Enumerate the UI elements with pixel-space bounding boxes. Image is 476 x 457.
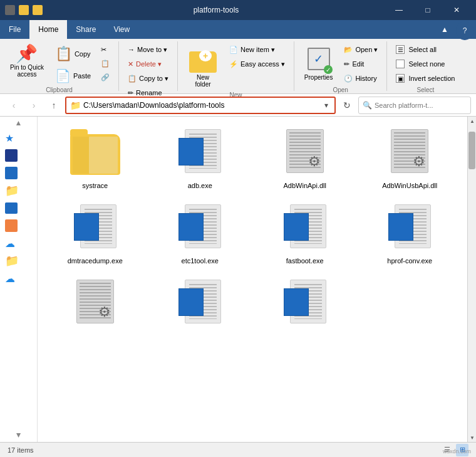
forward-button[interactable]: › xyxy=(25,97,43,114)
new-item-button[interactable]: 📄 New item ▾ xyxy=(225,43,289,56)
ribbon-group-new: + Newfolder 📄 New item ▾ ⚡ Easy access ▾… xyxy=(178,41,294,91)
open-button[interactable]: 📂 Open ▾ xyxy=(340,43,381,56)
scroll-track[interactable] xyxy=(468,125,476,433)
paste-label: Paste xyxy=(73,72,91,80)
open-content: ✓ ✓ Properties 📂 Open ▾ ✏ Edit 🕐 History xyxy=(299,43,382,85)
sidebar-scroll-down[interactable]: ▲ xyxy=(0,429,37,442)
properties-label: Properties xyxy=(304,74,333,81)
new-folder-label: Newfolder xyxy=(195,74,211,88)
ribbon-group-clipboard: 📌 Pin to Quickaccess 📋 Copy 📄 Paste ✂ xyxy=(0,41,119,91)
menu-view[interactable]: View xyxy=(105,20,138,39)
up-button[interactable]: ↑ xyxy=(45,97,63,114)
history-icon: 🕐 xyxy=(344,75,353,83)
fastboot-label: fastboot.exe xyxy=(286,257,324,265)
ribbon-collapse[interactable]: ▲ xyxy=(436,20,453,39)
copy-to-label: Copy to ▾ xyxy=(139,75,168,83)
menu-share[interactable]: Share xyxy=(67,20,105,39)
properties-button[interactable]: ✓ ✓ Properties xyxy=(299,43,338,83)
address-input[interactable] xyxy=(83,101,322,110)
hprof-icon xyxy=(385,204,435,255)
open-col: 📂 Open ▾ ✏ Edit 🕐 History xyxy=(340,43,381,85)
move-to-button[interactable]: → Move to ▾ xyxy=(124,43,172,56)
menu-home[interactable]: Home xyxy=(29,20,67,39)
refresh-button[interactable]: ↻ xyxy=(338,97,356,114)
search-input[interactable] xyxy=(375,102,467,109)
paste-shortcut-button[interactable]: 🔗 xyxy=(97,70,113,84)
invert-selection-button[interactable]: ▣ Invert selection xyxy=(392,71,458,85)
sidebar-item-cloud2[interactable]: ☁ xyxy=(0,270,37,287)
sidebar-item-2[interactable] xyxy=(0,164,37,182)
pin-quick-access-button[interactable]: 📌 Pin to Quickaccess xyxy=(5,43,49,80)
sidebar-folder-icon-2: 📁 xyxy=(5,254,19,268)
minimize-button[interactable]: — xyxy=(385,0,413,20)
new-item-col: 📄 New item ▾ ⚡ Easy access ▾ xyxy=(225,43,289,71)
new-folder-button[interactable]: + Newfolder xyxy=(183,43,223,90)
app-icon-1 xyxy=(5,5,15,15)
easy-access-label: Easy access ▾ xyxy=(241,60,285,68)
copy-button[interactable]: 📋 Copy xyxy=(51,43,95,65)
select-none-check xyxy=(396,60,405,68)
back-button[interactable]: ‹ xyxy=(5,97,23,114)
scroll-up-arrow[interactable]: ▲ xyxy=(468,117,476,125)
delete-button[interactable]: ✕ Delete ▾ xyxy=(124,57,172,71)
new-content: + Newfolder 📄 New item ▾ ⚡ Easy access ▾ xyxy=(183,43,289,90)
paste-button[interactable]: 📄 Paste xyxy=(51,66,95,85)
copy-to-button[interactable]: 📋 Copy to ▾ xyxy=(124,71,172,85)
sidebar-item-cloud1[interactable]: ☁ xyxy=(0,234,37,252)
sidebar-item-folder[interactable]: 📁 xyxy=(0,182,37,199)
help-button[interactable]: ? xyxy=(456,21,473,40)
sidebar-folder-icon: 📁 xyxy=(5,184,19,197)
menu-file[interactable]: File xyxy=(0,20,29,39)
file-item-adbwinusbapi[interactable]: ⚙ AdbWinUsbApi.dll xyxy=(360,124,460,194)
cut-button[interactable]: ✂ xyxy=(97,43,113,56)
file-item-9[interactable]: ⚙ xyxy=(45,275,145,337)
copy-label: Copy xyxy=(75,50,91,58)
select-all-check: ☰ xyxy=(396,45,405,54)
new-item-icon: 📄 xyxy=(229,46,238,54)
window-title: platform-tools xyxy=(48,6,385,14)
scroll-thumb[interactable] xyxy=(468,132,475,169)
file-item-fastboot[interactable]: fastboot.exe xyxy=(255,199,355,270)
select-all-label: Select all xyxy=(408,46,437,53)
maximize-button[interactable]: □ xyxy=(413,0,442,20)
sidebar-item-3[interactable] xyxy=(0,199,37,217)
right-scrollbar: ▲ ▼ xyxy=(467,117,476,442)
pin-icon: 📌 xyxy=(16,45,38,63)
history-label: History xyxy=(355,75,376,82)
systrace-label: systrace xyxy=(82,182,108,189)
address-input-wrap[interactable]: 📁 ▾ xyxy=(65,97,336,114)
sidebar-orange-icon xyxy=(5,219,18,232)
edit-button[interactable]: ✏ Edit xyxy=(340,57,381,71)
sidebar-item-star[interactable]: ★ xyxy=(0,129,37,147)
address-dropdown-button[interactable]: ▾ xyxy=(322,101,331,110)
select-none-button[interactable]: Select none xyxy=(392,57,458,71)
copy-path-button[interactable]: 📋 xyxy=(97,56,113,70)
file-item-hprof[interactable]: hprof-conv.exe xyxy=(360,199,460,270)
search-icon: 🔍 xyxy=(363,101,372,110)
sidebar-item-orange[interactable] xyxy=(0,217,37,234)
sidebar-item-folder2[interactable]: 📁 xyxy=(0,252,37,270)
select-all-button[interactable]: ☰ Select all xyxy=(392,43,458,56)
dmtracedump-label: dmtracedump.exe xyxy=(68,257,123,265)
window-controls[interactable]: — □ ✕ xyxy=(385,0,471,20)
properties-icon: ✓ ✓ xyxy=(306,45,331,73)
title-bar: platform-tools — □ ✕ xyxy=(0,0,476,20)
dmtracedump-icon xyxy=(70,204,120,255)
history-button[interactable]: 🕐 History xyxy=(340,71,381,85)
menu-bar: File Home Share View ▲ ? xyxy=(0,20,476,39)
sidebar-item-1[interactable] xyxy=(0,147,37,164)
file-item-adbwinapi[interactable]: ⚙ AdbWinApi.dll xyxy=(255,124,355,194)
file-item-systrace[interactable]: systrace xyxy=(45,124,145,194)
file-item-11[interactable] xyxy=(255,275,355,337)
scroll-down-arrow[interactable]: ▼ xyxy=(468,433,476,442)
easy-access-button[interactable]: ⚡ Easy access ▾ xyxy=(225,57,289,71)
organize-col: → Move to ▾ ✕ Delete ▾ 📋 Copy to ▾ ✏ Ren… xyxy=(124,43,172,100)
close-button[interactable]: ✕ xyxy=(442,0,471,20)
file-item-adb[interactable]: adb.exe xyxy=(150,124,251,194)
sidebar-scroll-up[interactable]: ▲ xyxy=(0,117,37,129)
file-item-10[interactable] xyxy=(150,275,251,337)
delete-icon: ✕ xyxy=(128,60,133,68)
item9-icon: ⚙ xyxy=(70,280,120,330)
file-item-dmtracedump[interactable]: dmtracedump.exe xyxy=(45,199,145,270)
file-item-etc1tool[interactable]: etc1tool.exe xyxy=(150,199,251,270)
